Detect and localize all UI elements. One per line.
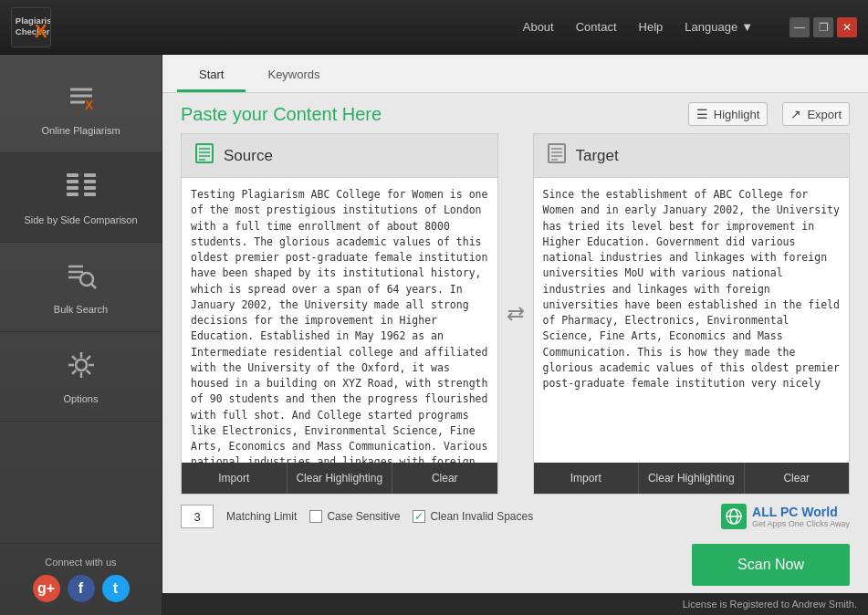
controls-left: Matching Limit Case Sensitive ✓ Clean In… — [181, 505, 533, 528]
online-plagiarism-icon: X — [65, 80, 98, 120]
target-clear-highlighting-button[interactable]: Clear Highlighting — [639, 463, 745, 494]
status-bar: License is Registered to Andrew Smith. — [162, 593, 868, 615]
tab-keywords[interactable]: Keywords — [246, 55, 341, 92]
side-by-side-label: Side by Side Comparison — [24, 214, 137, 225]
google-plus-icon[interactable]: g+ — [33, 575, 60, 602]
title-bar-nav: About Contact Help Language ▼ — ❐ ✕ — [523, 17, 857, 37]
svg-rect-8 — [67, 173, 78, 177]
source-import-button[interactable]: Import — [182, 463, 288, 494]
title-bar-left: Plagiarism Checker X — [11, 7, 51, 47]
nav-about[interactable]: About — [523, 20, 554, 34]
svg-line-27 — [86, 370, 89, 374]
text-panels: Source Import Clear Highlighting Clear — [162, 133, 868, 495]
brand-name: ALL PC World — [752, 505, 850, 519]
clean-invalid-spaces-label: Clean Invalid Spaces — [430, 510, 533, 523]
clean-invalid-spaces-checkbox-box[interactable]: ✓ — [413, 510, 425, 523]
svg-point-21 — [76, 360, 87, 370]
status-text: License is Registered to Andrew Smith. — [683, 599, 857, 610]
main-layout: X Online Plagiarism Side by Side Com — [0, 55, 868, 615]
svg-text:X: X — [85, 98, 94, 112]
target-panel-footer: Import Clear Highlighting Clear — [534, 463, 850, 494]
title-bar: Plagiarism Checker X About Contact Help … — [0, 0, 868, 55]
maximize-button[interactable]: ❐ — [813, 17, 833, 37]
case-sensitive-label: Case Sensitive — [327, 510, 400, 523]
nav-help[interactable]: Help — [639, 20, 664, 34]
svg-line-26 — [72, 356, 76, 360]
svg-rect-13 — [84, 180, 96, 183]
svg-line-28 — [86, 356, 89, 360]
nav-contact[interactable]: Contact — [576, 20, 617, 34]
target-panel-header: Target — [534, 134, 850, 178]
svg-rect-14 — [84, 186, 96, 190]
social-icons: g+ f t — [0, 575, 162, 602]
svg-rect-12 — [84, 173, 96, 177]
svg-text:X: X — [35, 20, 47, 41]
svg-point-19 — [80, 273, 93, 286]
bottom-controls: Matching Limit Case Sensitive ✓ Clean In… — [162, 495, 868, 538]
svg-rect-11 — [67, 193, 78, 196]
matching-limit-label: Matching Limit — [226, 510, 297, 523]
highlight-button[interactable]: ☰ Highlight — [688, 102, 769, 126]
export-button[interactable]: ↗ Export — [782, 102, 850, 126]
twitter-icon[interactable]: t — [102, 575, 130, 602]
online-plagiarism-label: Online Plagiarism — [41, 125, 120, 136]
facebook-icon[interactable]: f — [68, 575, 95, 602]
source-clear-highlighting-button[interactable]: Clear Highlighting — [288, 463, 393, 494]
controls-right: ALL PC World Get Apps One Clicks Away — [721, 504, 850, 529]
connect-label: Connect with us — [0, 557, 162, 568]
bulk-search-label: Bulk Search — [54, 304, 108, 315]
minimize-button[interactable]: — — [790, 17, 810, 37]
source-textarea[interactable] — [182, 178, 497, 463]
target-clear-button[interactable]: Clear — [745, 463, 850, 494]
app-logo: Plagiarism Checker X — [11, 7, 51, 47]
highlight-icon: ☰ — [696, 107, 708, 121]
svg-rect-15 — [84, 193, 96, 196]
side-by-side-icon — [65, 170, 98, 209]
source-panel-header: Source — [182, 134, 497, 178]
scan-now-button[interactable]: Scan Now — [692, 544, 850, 586]
source-panel-title: Source — [224, 147, 273, 165]
svg-line-29 — [72, 370, 76, 374]
sidebar-item-options[interactable]: Options — [0, 332, 162, 422]
matching-limit-input[interactable] — [181, 505, 214, 528]
case-sensitive-checkbox-box[interactable] — [309, 510, 322, 523]
paste-header: Paste your Content Here ☰ Highlight ↗ Ex… — [162, 93, 868, 133]
options-icon — [65, 349, 98, 388]
sidebar: X Online Plagiarism Side by Side Com — [0, 55, 162, 615]
scan-section: Scan Now — [162, 538, 868, 593]
tab-start[interactable]: Start — [177, 55, 246, 92]
window-controls: — ❐ ✕ — [790, 17, 857, 37]
clean-invalid-spaces-checkbox[interactable]: ✓ Clean Invalid Spaces — [413, 510, 533, 523]
nav-language[interactable]: Language ▼ — [685, 20, 753, 34]
target-panel-title: Target — [576, 147, 619, 165]
options-label: Options — [64, 393, 99, 404]
target-panel: Target Import Clear Highlighting Clear — [533, 133, 851, 495]
content-area: Start Keywords Paste your Content Here ☰… — [162, 55, 868, 615]
source-panel-footer: Import Clear Highlighting Clear — [182, 463, 497, 494]
export-icon: ↗ — [790, 107, 801, 121]
source-panel: Source Import Clear Highlighting Clear — [181, 133, 498, 495]
source-clear-button[interactable]: Clear — [392, 463, 497, 494]
case-sensitive-checkbox[interactable]: Case Sensitive — [309, 510, 400, 523]
header-actions: ☰ Highlight ↗ Export — [688, 102, 850, 126]
brand-sub: Get Apps One Clicks Away — [752, 519, 850, 528]
bulk-search-icon — [65, 259, 98, 298]
brand-icon — [721, 504, 747, 529]
source-icon — [194, 143, 214, 168]
svg-rect-9 — [67, 180, 78, 183]
svg-rect-10 — [67, 186, 78, 190]
swap-icon[interactable] — [502, 133, 529, 495]
sidebar-item-side-by-side[interactable]: Side by Side Comparison — [0, 153, 162, 243]
target-icon — [547, 143, 567, 168]
svg-line-20 — [91, 284, 96, 288]
sidebar-item-online-plagiarism[interactable]: X Online Plagiarism — [0, 64, 162, 153]
tabs-bar: Start Keywords — [162, 55, 868, 93]
brand-logo: ALL PC World Get Apps One Clicks Away — [721, 504, 850, 529]
target-import-button[interactable]: Import — [534, 463, 640, 494]
paste-title: Paste your Content Here — [181, 104, 382, 125]
close-button[interactable]: ✕ — [837, 17, 857, 37]
target-textarea[interactable] — [534, 178, 850, 463]
sidebar-item-bulk-search[interactable]: Bulk Search — [0, 243, 162, 332]
connect-section: Connect with us g+ f t — [0, 543, 162, 615]
